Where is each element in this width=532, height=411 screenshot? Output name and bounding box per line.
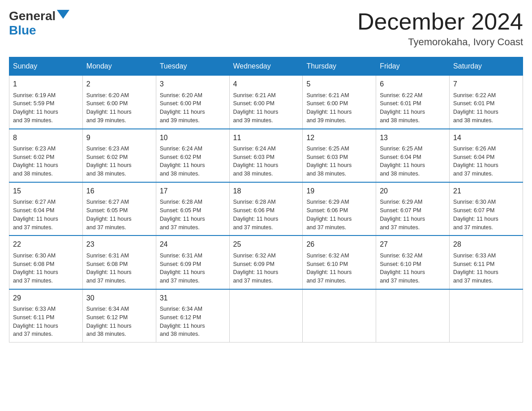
calendar-week-4: 22Sunrise: 6:30 AMSunset: 6:08 PMDayligh… [9,235,523,289]
day-info: Sunrise: 6:24 AMSunset: 6:02 PMDaylight:… [160,145,226,178]
calendar-cell: 14Sunrise: 6:26 AMSunset: 6:04 PMDayligh… [450,129,523,182]
day-number: 4 [233,79,299,89]
calendar-cell: 18Sunrise: 6:28 AMSunset: 6:06 PMDayligh… [229,182,303,235]
day-info: Sunrise: 6:30 AMSunset: 6:07 PMDaylight:… [453,198,519,231]
calendar-cell: 26Sunrise: 6:32 AMSunset: 6:10 PMDayligh… [303,235,376,289]
day-info: Sunrise: 6:29 AMSunset: 6:07 PMDaylight:… [380,198,446,231]
calendar-cell [229,289,303,342]
calendar-week-3: 15Sunrise: 6:27 AMSunset: 6:04 PMDayligh… [9,182,523,235]
day-number: 30 [86,293,152,303]
calendar-cell: 4Sunrise: 6:21 AMSunset: 6:00 PMDaylight… [229,75,303,128]
day-number: 2 [86,79,152,89]
calendar-table: SundayMondayTuesdayWednesdayThursdayFrid… [9,57,523,342]
day-number: 14 [453,133,519,143]
day-info: Sunrise: 6:23 AMSunset: 6:02 PMDaylight:… [13,145,79,178]
calendar-week-1: 1Sunrise: 6:19 AMSunset: 5:59 PMDaylight… [9,75,523,128]
day-number: 18 [233,186,299,196]
day-number: 29 [13,293,79,303]
calendar-cell: 30Sunrise: 6:34 AMSunset: 6:12 PMDayligh… [82,289,156,342]
calendar-cell: 25Sunrise: 6:32 AMSunset: 6:09 PMDayligh… [229,235,303,289]
day-number: 23 [86,240,152,249]
calendar-cell: 19Sunrise: 6:29 AMSunset: 6:06 PMDayligh… [303,182,376,235]
day-info: Sunrise: 6:24 AMSunset: 6:03 PMDaylight:… [233,145,299,178]
title-section: December 2024 Tyemorokaha, Ivory Coast [357,9,523,48]
calendar-cell: 24Sunrise: 6:31 AMSunset: 6:09 PMDayligh… [156,235,229,289]
calendar-cell: 2Sunrise: 6:20 AMSunset: 6:00 PMDaylight… [82,75,156,128]
day-info: Sunrise: 6:25 AMSunset: 6:03 PMDaylight:… [306,145,372,178]
day-number: 10 [160,133,226,143]
day-info: Sunrise: 6:32 AMSunset: 6:10 PMDaylight:… [306,252,372,285]
day-info: Sunrise: 6:30 AMSunset: 6:08 PMDaylight:… [13,252,79,285]
day-number: 27 [380,240,446,249]
day-number: 24 [160,240,226,249]
page-header: General Blue December 2024 Tyemorokaha, … [9,9,523,48]
day-info: Sunrise: 6:33 AMSunset: 6:11 PMDaylight:… [453,252,519,285]
day-number: 16 [86,186,152,196]
day-info: Sunrise: 6:27 AMSunset: 6:05 PMDaylight:… [86,198,152,231]
day-number: 17 [160,186,226,196]
day-number: 26 [306,240,372,249]
weekday-header-tuesday: Tuesday [156,57,229,75]
day-info: Sunrise: 6:34 AMSunset: 6:12 PMDaylight:… [86,305,152,338]
day-info: Sunrise: 6:32 AMSunset: 6:10 PMDaylight:… [380,252,446,285]
day-info: Sunrise: 6:26 AMSunset: 6:04 PMDaylight:… [453,145,519,178]
calendar-week-2: 8Sunrise: 6:23 AMSunset: 6:02 PMDaylight… [9,129,523,182]
calendar-cell: 3Sunrise: 6:20 AMSunset: 6:00 PMDaylight… [156,75,229,128]
day-info: Sunrise: 6:21 AMSunset: 6:00 PMDaylight:… [233,91,299,125]
day-number: 8 [13,133,79,143]
weekday-header-sunday: Sunday [9,57,83,75]
day-info: Sunrise: 6:28 AMSunset: 6:06 PMDaylight:… [233,198,299,231]
calendar-cell: 1Sunrise: 6:19 AMSunset: 5:59 PMDaylight… [9,75,83,128]
calendar-cell: 29Sunrise: 6:33 AMSunset: 6:11 PMDayligh… [9,289,83,342]
calendar-cell: 31Sunrise: 6:34 AMSunset: 6:12 PMDayligh… [156,289,229,342]
weekday-header-saturday: Saturday [450,57,523,75]
calendar-cell [303,289,376,342]
calendar-cell: 7Sunrise: 6:22 AMSunset: 6:01 PMDaylight… [450,75,523,128]
day-number: 13 [380,133,446,143]
day-number: 11 [233,133,299,143]
day-info: Sunrise: 6:23 AMSunset: 6:02 PMDaylight:… [86,145,152,178]
day-info: Sunrise: 6:22 AMSunset: 6:01 PMDaylight:… [453,91,519,125]
calendar-cell: 21Sunrise: 6:30 AMSunset: 6:07 PMDayligh… [450,182,523,235]
calendar-cell: 17Sunrise: 6:28 AMSunset: 6:05 PMDayligh… [156,182,229,235]
location-title: Tyemorokaha, Ivory Coast [357,36,523,48]
calendar-week-5: 29Sunrise: 6:33 AMSunset: 6:11 PMDayligh… [9,289,523,342]
day-number: 28 [453,240,519,249]
logo-general-text: General [9,9,56,23]
day-number: 6 [380,79,446,89]
calendar-cell: 5Sunrise: 6:21 AMSunset: 6:00 PMDaylight… [303,75,376,128]
day-info: Sunrise: 6:34 AMSunset: 6:12 PMDaylight:… [160,305,226,338]
day-number: 22 [13,240,79,249]
calendar-cell: 6Sunrise: 6:22 AMSunset: 6:01 PMDaylight… [376,75,450,128]
logo: General Blue [9,9,70,38]
calendar-cell: 11Sunrise: 6:24 AMSunset: 6:03 PMDayligh… [229,129,303,182]
day-number: 31 [160,293,226,303]
day-info: Sunrise: 6:31 AMSunset: 6:08 PMDaylight:… [86,252,152,285]
day-info: Sunrise: 6:32 AMSunset: 6:09 PMDaylight:… [233,252,299,285]
day-number: 21 [453,186,519,196]
day-info: Sunrise: 6:31 AMSunset: 6:09 PMDaylight:… [160,252,226,285]
calendar-cell [376,289,450,342]
calendar-cell: 8Sunrise: 6:23 AMSunset: 6:02 PMDaylight… [9,129,83,182]
day-number: 3 [160,79,226,89]
day-info: Sunrise: 6:19 AMSunset: 5:59 PMDaylight:… [13,91,79,125]
calendar-cell: 13Sunrise: 6:25 AMSunset: 6:04 PMDayligh… [376,129,450,182]
calendar-cell: 10Sunrise: 6:24 AMSunset: 6:02 PMDayligh… [156,129,229,182]
calendar-cell: 9Sunrise: 6:23 AMSunset: 6:02 PMDaylight… [82,129,156,182]
calendar-cell: 12Sunrise: 6:25 AMSunset: 6:03 PMDayligh… [303,129,376,182]
calendar-cell: 20Sunrise: 6:29 AMSunset: 6:07 PMDayligh… [376,182,450,235]
calendar-cell: 28Sunrise: 6:33 AMSunset: 6:11 PMDayligh… [450,235,523,289]
day-info: Sunrise: 6:33 AMSunset: 6:11 PMDaylight:… [13,305,79,338]
month-title: December 2024 [357,9,523,34]
weekday-header-friday: Friday [376,57,450,75]
weekday-header-monday: Monday [82,57,156,75]
day-number: 20 [380,186,446,196]
logo-blue-text: Blue [9,23,36,37]
calendar-cell: 22Sunrise: 6:30 AMSunset: 6:08 PMDayligh… [9,235,83,289]
calendar-cell [450,289,523,342]
day-info: Sunrise: 6:27 AMSunset: 6:04 PMDaylight:… [13,198,79,231]
logo-arrow-icon [57,10,69,19]
day-info: Sunrise: 6:29 AMSunset: 6:06 PMDaylight:… [306,198,372,231]
day-number: 1 [13,79,79,89]
day-number: 19 [306,186,372,196]
